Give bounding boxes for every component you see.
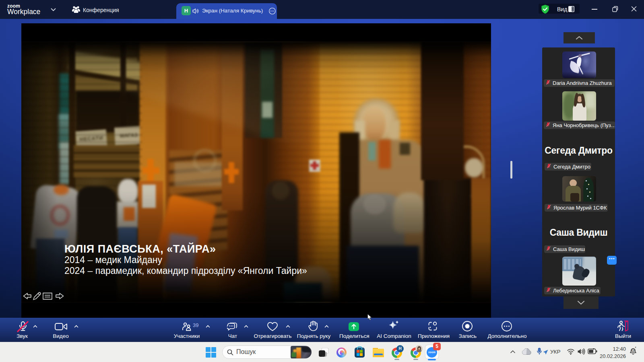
svg-text:z: z bbox=[635, 346, 636, 348]
svg-text:z: z bbox=[633, 349, 634, 352]
